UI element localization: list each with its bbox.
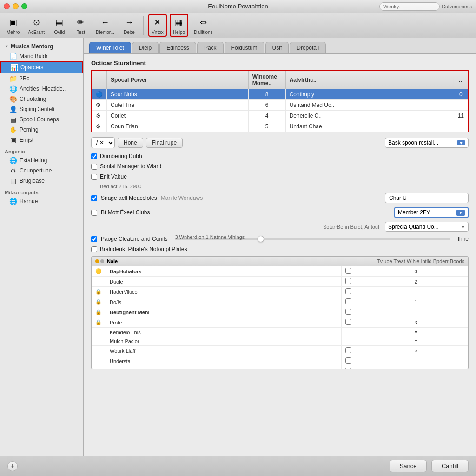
ovild-icon: ▤ [53, 16, 66, 29]
sidebar-item-harnue[interactable]: 🌐 Harnue [0, 196, 83, 206]
group-label-musics: Musics Mentorg [11, 43, 53, 50]
tab-pack[interactable]: Pack [197, 42, 224, 53]
sidebar-item-emjst[interactable]: ▣ Emjst [0, 135, 83, 145]
sidebar-item-spooll[interactable]: ▤ Spooll Couneps [0, 114, 83, 125]
toolbar-btn-dallitions[interactable]: ⇔ Dallitions [191, 14, 216, 37]
sidebar-item-2rc[interactable]: 📁 2Rc [0, 73, 83, 84]
inner-table-row[interactable]: 🔒 Beutignent Meni [92, 307, 468, 317]
sidebar-item-brugloase[interactable]: ▤ Brúgloase [0, 176, 83, 186]
paoge-checkbox[interactable] [91, 236, 97, 242]
titlebar: EeulNome Powrahtion Culvonpniess [0, 0, 476, 13]
inner-table-row[interactable]: 🔒 Prote 3 [92, 317, 468, 328]
table-row[interactable]: ⚙ Cutel Tire 6 Usntand Med Uo.. [92, 100, 468, 111]
inner-table-row[interactable]: (Bench Pandori [92, 366, 468, 369]
sidebar-item-chuotaling[interactable]: 🎨 Chuotaling [0, 94, 83, 104]
inner-table-row[interactable]: Understa [92, 356, 468, 366]
search-input[interactable] [379, 2, 440, 11]
sidebar-item-counpertune[interactable]: ⚙ Counpertune [0, 165, 83, 176]
inner-table-row[interactable]: Wourk Liaff > [92, 346, 468, 356]
inner-table-row[interactable]: 🟡 DapHoliators 0 [92, 266, 468, 277]
inner-row-check[interactable] [345, 268, 351, 274]
col-spocal-header[interactable]: Spocal Power [107, 71, 249, 89]
checkbox-sonial-input[interactable] [91, 164, 97, 170]
minimize-button[interactable] [13, 3, 19, 9]
inner-table-row[interactable]: Kemdelo Lhis — ∨ [92, 328, 468, 337]
section-title: Octioar Sturstinent [91, 60, 469, 66]
hone-button[interactable]: Hone [118, 138, 143, 148]
checkbox-enit-input[interactable] [91, 174, 97, 180]
toolbar-btn-debe[interactable]: → Debe [120, 14, 139, 37]
tab-drepotall[interactable]: Drepotall [290, 42, 326, 53]
final-rupe-button[interactable]: Final rupe [146, 138, 183, 148]
toolbar-btn-mehro[interactable]: ▣ Mehro [4, 14, 22, 37]
toolbar-btn-test[interactable]: ✏ Test [72, 14, 90, 37]
row-action-dropdown[interactable]: / ✕ [91, 137, 115, 148]
inner-table-scroll[interactable]: 🟡 DapHoliators 0 Duole 2 [92, 266, 468, 369]
slider-thumb[interactable] [258, 236, 264, 242]
inner-row-check[interactable] [345, 278, 351, 284]
inner-row-check[interactable] [345, 288, 351, 294]
table-row[interactable]: 🔵 Sour Nobs 8 Contimply 0 [92, 89, 468, 100]
sidebar-item-ancities[interactable]: 🌐 Ancities: Hleatide.. [0, 84, 83, 94]
sidebar-item-extableting[interactable]: 🌐 Extableting [0, 155, 83, 165]
inner-row-check[interactable] [345, 309, 351, 315]
slider-value: Ihne [458, 236, 469, 242]
col-wincome-header[interactable]: Wincome Mome.. [248, 71, 285, 89]
inner-row-icon: 🟡 [92, 266, 106, 277]
member-2fy-dropdown[interactable]: Member 2FY ▼ [394, 207, 469, 218]
sidebar-item-oparcers[interactable]: 📊 Oparcers [0, 61, 83, 73]
toolbar: ▣ Mehro ⊙ AcErant ▤ Ovild ✏ Test ← Dient… [0, 13, 476, 38]
inner-table: 🟡 DapHoliators 0 Duole 2 [92, 266, 468, 369]
toolbar-btn-helpo[interactable]: ▦ Helpo [170, 14, 188, 37]
add-button[interactable]: + [7, 461, 18, 471]
inner-table-row[interactable]: 🔒 HaderViluco [92, 287, 468, 297]
sidebar-item-sigiing[interactable]: 👤 Sigiing 3entelí [0, 104, 83, 114]
bask-spoon-dropdown[interactable]: Bask spoon restail... ▼ [385, 138, 469, 148]
inner-table-row[interactable]: 🔒 DoJs 1 [92, 297, 468, 307]
char-u-input[interactable] [385, 193, 469, 203]
sidebar-item-label-harnue: Harnue [20, 198, 38, 205]
maximize-button[interactable] [21, 3, 27, 9]
toolbar-btn-ovild[interactable]: ▤ Ovild [50, 14, 69, 37]
resize-handle[interactable]: :: [458, 77, 463, 83]
tab-dielp[interactable]: Dielp [132, 42, 159, 53]
sidebar-item-label-maric: Maric Buldr [20, 53, 48, 60]
sidebar-item-maric[interactable]: 📄 Maric Buldr [0, 51, 83, 61]
tab-foldustum[interactable]: Foldustum [225, 42, 264, 53]
inner-row-check[interactable] [345, 347, 351, 353]
cancel-button[interactable]: Cantill [431, 460, 469, 472]
toolbar-btn-acerant[interactable]: ⊙ AcErant [25, 14, 47, 37]
sidebar-group-musics[interactable]: ▼ Musics Mentorg [0, 42, 83, 51]
tab-usif[interactable]: Usif [265, 42, 289, 53]
dientor-icon: ← [99, 16, 112, 29]
inner-row-check[interactable] [345, 368, 351, 369]
checkbox-dumbering: Dumbering Dubh [91, 153, 469, 159]
inner-table-row[interactable]: Mulch Paclor — = [92, 337, 468, 346]
inner-row-check[interactable] [345, 298, 351, 304]
sidebar-item-label-chuotaling: Chuotaling [20, 96, 46, 102]
inner-table-name-col: Nale [107, 258, 118, 264]
toolbar-btn-dientor[interactable]: ← Dientor... [93, 14, 117, 37]
sidebar-item-label-oparcers: Oparcers [20, 64, 43, 71]
inner-row-check[interactable] [345, 357, 351, 364]
close-button[interactable] [4, 3, 10, 9]
checkbox-dumbering-input[interactable] [91, 153, 97, 159]
table-row[interactable]: ⚙ Coriet 4 Dehercile C.. 11 [92, 111, 468, 121]
tab-edincess[interactable]: Edincess [159, 42, 196, 53]
inner-row-name: HaderViluco [106, 287, 342, 297]
save-button[interactable]: Sance [390, 460, 427, 472]
bt-mott-checkbox[interactable] [91, 210, 97, 216]
col-num-header: :: [454, 71, 468, 89]
toolbar-btn-vntox[interactable]: ✕ Vntox [148, 14, 167, 37]
inner-row-check[interactable] [345, 319, 351, 325]
table-row[interactable]: ⚙ Coun Trlan 5 Untiant Chae [92, 121, 468, 132]
col-aalv-header[interactable]: Aalvlrthc.. [285, 71, 454, 89]
2rc-icon: 📁 [9, 75, 17, 82]
braludenk-checkbox[interactable] [91, 246, 97, 252]
sidebar-item-peming[interactable]: ✋ Peming [0, 125, 83, 135]
snage-checkbox[interactable] [91, 195, 97, 201]
inner-table-row[interactable]: Duole 2 [92, 277, 468, 287]
sprecia-dropdown[interactable]: Sprecia Quand Uo... ▼ [385, 222, 469, 232]
tab-winer-tolet[interactable]: Winer Tolet [89, 42, 131, 53]
row-num: 8 [248, 89, 285, 100]
